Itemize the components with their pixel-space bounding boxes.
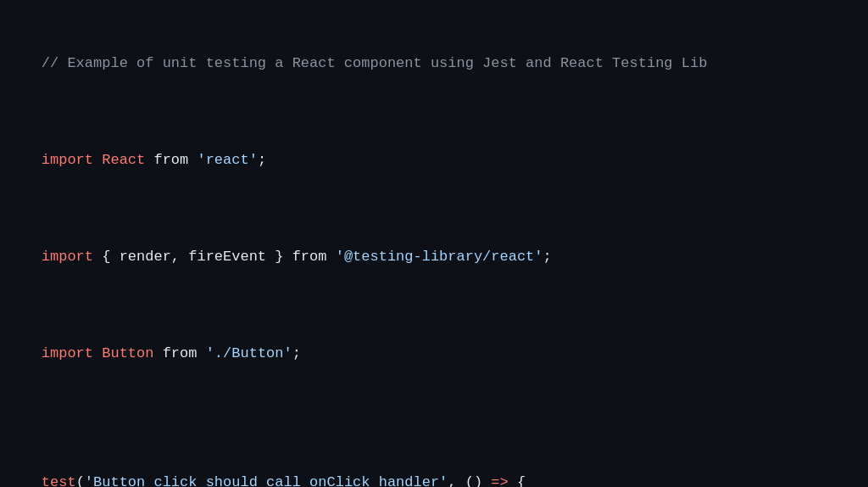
- test-line: test('Button click should call onClick h…: [7, 434, 868, 487]
- button-name: Button: [102, 345, 162, 361]
- test-description: 'Button click should call onClick handle…: [85, 474, 448, 487]
- from-keyword-1: from: [153, 152, 197, 168]
- blank-line-1: [7, 402, 868, 434]
- import-keyword-3: import: [42, 345, 102, 361]
- from-keyword-3: from: [163, 345, 206, 361]
- semicolon-3: ;: [292, 345, 301, 361]
- button-string: './Button': [206, 345, 292, 361]
- comment-line: // Example of unit testing a React compo…: [7, 15, 868, 112]
- comment-text: // Example of unit testing a React compo…: [42, 55, 708, 71]
- test-keyword: test: [42, 474, 76, 487]
- import-testing-line: import { render, fireEvent } from '@test…: [7, 209, 868, 305]
- react-name: React: [102, 152, 153, 168]
- semicolon-2: ;: [543, 249, 552, 265]
- test-comma: , (): [448, 474, 491, 487]
- import-keyword-1: import: [42, 152, 102, 168]
- import-react-line: import React from 'react';: [7, 112, 868, 209]
- import-button-line: import Button from './Button';: [7, 305, 868, 402]
- code-block: // Example of unit testing a React compo…: [0, 0, 868, 487]
- semicolon-1: ;: [258, 152, 266, 168]
- test-paren-open: (: [76, 474, 85, 487]
- braces-testing: { render, fireEvent }: [102, 249, 292, 265]
- react-string: 'react': [197, 152, 257, 168]
- test-open-brace: {: [509, 474, 526, 487]
- testing-string: '@testing-library/react': [336, 249, 543, 265]
- import-keyword-2: import: [42, 249, 102, 265]
- from-keyword-2: from: [292, 249, 336, 265]
- arrow-fn: =>: [491, 474, 508, 487]
